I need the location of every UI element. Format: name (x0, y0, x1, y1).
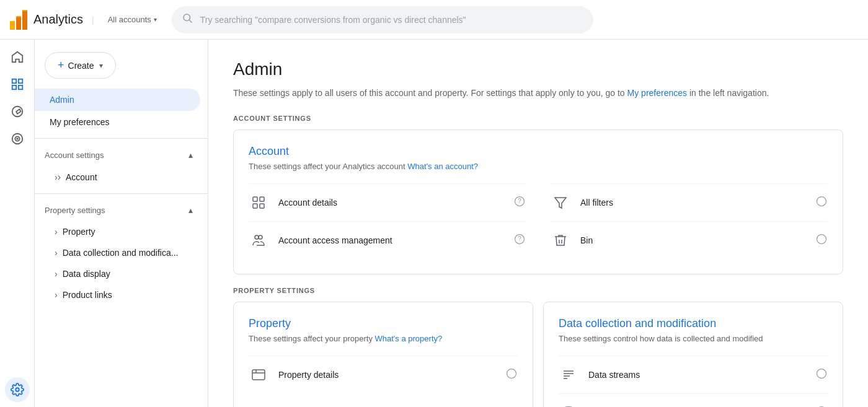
property-expand-icon: › (55, 227, 58, 237)
account-access-icon (249, 230, 268, 250)
account-access-row[interactable]: Account access management ? (249, 221, 526, 259)
svg-marker-16 (16, 109, 20, 113)
account-selector[interactable]: All accounts ▾ (103, 12, 162, 27)
all-filters-label: All filters (580, 198, 815, 208)
account-settings-label: ACCOUNT SETTINGS (233, 115, 843, 122)
my-preferences-link[interactable]: My preferences (627, 88, 687, 98)
svg-point-19 (17, 138, 18, 139)
page-description: These settings apply to all users of thi… (233, 87, 843, 100)
data-collection-card-title: Data collection and modification (559, 317, 828, 330)
svg-point-9 (184, 14, 190, 21)
svg-rect-24 (260, 204, 264, 208)
data-collection-card: Data collection and modification These s… (543, 302, 843, 407)
bin-icon (551, 230, 570, 250)
svg-point-28 (259, 235, 262, 239)
analytics-logo (10, 10, 27, 30)
property-settings-collapse-icon: ▴ (188, 205, 193, 215)
nav-data-display[interactable]: › Data display (35, 263, 208, 284)
svg-rect-6 (10, 22, 15, 30)
svg-rect-11 (12, 79, 16, 83)
svg-rect-23 (253, 204, 257, 208)
account-expand-icon: › (55, 172, 61, 183)
whats-property-link[interactable]: What's a property? (375, 334, 443, 343)
svg-rect-8 (22, 11, 27, 30)
account-settings-collapse-icon: ▴ (188, 150, 193, 160)
account-card: Account These settings affect your Analy… (233, 129, 843, 274)
data-streams-icon (559, 365, 578, 385)
all-filters-icon (551, 193, 570, 212)
nav-divider-1 (35, 138, 208, 139)
search-placeholder: Try searching "compare conversions from … (200, 15, 466, 25)
svg-text:?: ? (518, 235, 521, 242)
property-card-desc: These settings affect your property What… (249, 334, 518, 343)
all-filters-help-icon[interactable] (815, 195, 828, 211)
data-collection-row[interactable]: Data collection (559, 393, 828, 407)
svg-marker-31 (555, 198, 566, 208)
account-card-title: Account (249, 145, 828, 158)
data-collection-icon (559, 403, 578, 407)
page-title: Admin (233, 59, 843, 79)
home-icon[interactable] (5, 45, 30, 69)
property-details-row[interactable]: Property details (249, 356, 518, 393)
product-links-expand-icon: › (55, 290, 58, 300)
property-card-title: Property (249, 317, 518, 330)
all-filters-row[interactable]: All filters (551, 183, 828, 221)
property-settings-label: PROPERTY SETTINGS (233, 287, 843, 294)
nav-my-preferences[interactable]: My preferences (35, 111, 200, 133)
data-display-expand-icon: › (55, 269, 58, 279)
nav-data-collection[interactable]: › Data collection and modifica... (35, 242, 208, 263)
bin-help-icon[interactable] (815, 233, 828, 248)
account-details-icon (249, 193, 268, 212)
data-streams-row[interactable]: Data streams (559, 356, 828, 393)
svg-line-10 (189, 20, 192, 22)
property-cards-row: Property These settings affect your prop… (233, 302, 843, 407)
bin-label: Bin (580, 235, 815, 245)
svg-point-27 (255, 235, 259, 239)
whats-account-link[interactable]: What's an account? (407, 162, 478, 171)
svg-point-33 (817, 234, 826, 243)
plus-icon: + (58, 59, 64, 72)
content-area: Admin These settings apply to all users … (208, 40, 868, 407)
svg-rect-14 (18, 85, 22, 89)
icon-rail (0, 40, 35, 407)
data-streams-help-icon[interactable] (815, 367, 828, 383)
property-details-help-icon[interactable] (505, 367, 518, 383)
svg-rect-12 (18, 79, 22, 83)
account-chevron-icon: ▾ (154, 16, 157, 23)
nav-sidebar: + Create ▾ Admin My preferences Account … (35, 40, 208, 407)
svg-point-37 (507, 369, 516, 378)
nav-property[interactable]: › Property (35, 221, 208, 242)
create-chevron-icon: ▾ (99, 61, 103, 70)
account-details-help-icon[interactable]: ? (513, 195, 526, 211)
data-collection-card-desc: These settings control how data is colle… (559, 334, 828, 343)
nav-divider-2 (35, 193, 208, 194)
app-title: Analytics (33, 12, 83, 27)
account-details-row[interactable]: Account details ? (249, 183, 526, 221)
settings-icon[interactable] (5, 377, 30, 402)
svg-text:?: ? (518, 198, 521, 204)
account-access-help-icon[interactable]: ? (513, 233, 526, 248)
property-card: Property These settings affect your prop… (233, 302, 533, 407)
reports-icon[interactable] (5, 72, 30, 97)
svg-rect-7 (16, 17, 21, 30)
create-button[interactable]: + Create ▾ (45, 52, 116, 79)
bin-row[interactable]: Bin (551, 221, 828, 259)
data-collection-expand-icon: › (55, 248, 58, 258)
svg-rect-34 (252, 370, 265, 380)
nav-product-links[interactable]: › Product links (35, 284, 208, 305)
search-bar[interactable]: Try searching "compare conversions from … (172, 6, 593, 33)
property-settings-section[interactable]: Property settings ▴ (35, 199, 208, 221)
account-card-desc: These settings affect your Analytics acc… (249, 162, 828, 171)
account-settings-section[interactable]: Account settings ▴ (35, 144, 208, 166)
svg-point-42 (817, 369, 826, 378)
advertising-icon[interactable] (5, 126, 30, 151)
data-collection-help-icon[interactable] (815, 405, 828, 408)
svg-rect-21 (253, 197, 257, 201)
nav-account[interactable]: › Account (35, 166, 208, 188)
account-access-label: Account access management (278, 235, 513, 245)
explore-icon[interactable] (5, 99, 30, 124)
data-streams-label: Data streams (588, 370, 815, 380)
property-details-label: Property details (278, 370, 505, 380)
svg-point-32 (817, 196, 826, 206)
nav-admin[interactable]: Admin (35, 89, 200, 111)
